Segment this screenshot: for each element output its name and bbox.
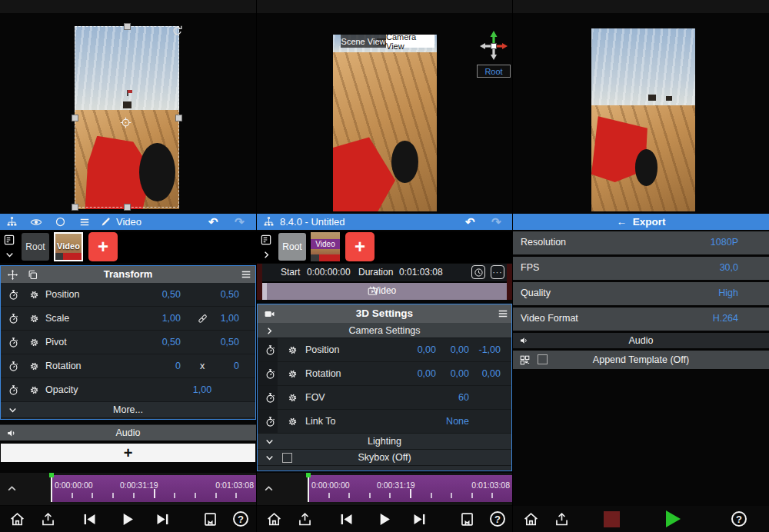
add-audio-button[interactable]: + — [1, 444, 255, 462]
position-x-value[interactable]: 0,50 — [162, 289, 181, 300]
layer-video-thumbnail[interactable]: Video — [311, 232, 340, 261]
export-share-icon[interactable] — [297, 511, 313, 527]
video-format-value[interactable]: H.264 — [713, 313, 738, 324]
back-arrow-icon[interactable]: ← — [617, 216, 628, 228]
playhead[interactable] — [51, 475, 52, 502]
chevron-up-icon[interactable] — [263, 483, 275, 494]
bookmark-icon[interactable] — [202, 511, 218, 527]
layer-root-button[interactable]: Root — [278, 233, 306, 261]
gear-icon[interactable] — [287, 416, 298, 427]
camera-row-fov[interactable]: FOV 60 — [258, 386, 511, 410]
playhead[interactable] — [308, 475, 309, 502]
camera-row-link-to[interactable]: Link To None — [258, 410, 511, 434]
lighting-section[interactable]: Lighting — [258, 434, 511, 450]
keyframe-stopwatch-icon[interactable] — [8, 384, 19, 396]
axis-gizmo[interactable] — [478, 29, 509, 65]
undo-button[interactable]: ↶ — [465, 214, 475, 229]
help-button[interactable]: ? — [490, 511, 505, 527]
gear-icon[interactable] — [28, 313, 40, 324]
undo-button[interactable]: ↶ — [208, 214, 218, 229]
scale-y-value[interactable]: 1,00 — [221, 313, 239, 324]
export-share-icon[interactable] — [40, 511, 56, 527]
menu-icon[interactable] — [79, 217, 90, 228]
audio-section-header[interactable]: Audio — [0, 424, 256, 441]
keyframe-stopwatch-icon[interactable] — [265, 368, 276, 380]
home-icon[interactable] — [523, 511, 539, 527]
redo-button[interactable]: ↷ — [235, 214, 245, 229]
panel-menu-icon[interactable] — [498, 308, 508, 319]
clock-button[interactable] — [471, 265, 485, 279]
rotation-value[interactable]: 0 — [175, 361, 181, 371]
cam-rot-y[interactable]: 0,00 — [451, 368, 469, 379]
keyframe-stopwatch-icon[interactable] — [265, 416, 276, 427]
home-icon[interactable] — [266, 511, 282, 527]
export-row-video-format[interactable]: Video Format H.264 — [513, 308, 769, 331]
skip-start-icon[interactable] — [338, 511, 355, 527]
home-icon[interactable] — [9, 511, 25, 527]
chevron-up-icon[interactable] — [6, 483, 18, 494]
fov-value[interactable]: 60 — [458, 392, 469, 403]
export-row-resolution[interactable]: Resolution 1080P — [513, 231, 769, 254]
export-row-quality[interactable]: Quality High — [513, 282, 769, 305]
hierarchy-icon[interactable] — [6, 216, 18, 228]
mask-circle-icon[interactable] — [55, 216, 66, 228]
start-value[interactable]: 0:00:00:00 — [307, 267, 351, 278]
video-preview[interactable] — [75, 26, 179, 209]
gear-icon[interactable] — [287, 368, 298, 380]
keyframe-stopwatch-icon[interactable] — [8, 337, 19, 348]
keyframe-stopwatch-icon[interactable] — [8, 289, 19, 301]
help-button[interactable]: ? — [731, 511, 747, 527]
gear-icon[interactable] — [28, 384, 40, 396]
add-layer-button[interactable]: + — [345, 232, 375, 261]
selection-handle[interactable] — [72, 204, 78, 211]
position-y-value[interactable]: 0,50 — [221, 289, 239, 300]
timeline[interactable]: 0:00:00:00 0:00:31:19 0:01:03:08 — [0, 473, 256, 505]
layer-root-button[interactable]: Root — [22, 233, 49, 261]
camera-row-rotation[interactable]: Rotation 0,00 0,00 0,00 — [258, 362, 511, 386]
cam-pos-y[interactable]: 0,00 — [451, 344, 469, 355]
transform-row-scale[interactable]: Scale 1,00 1,00 — [1, 307, 255, 331]
skybox-section[interactable]: Skybox (Off) — [258, 450, 511, 466]
camera-view-preview[interactable]: Scene View Camera View — [333, 35, 437, 211]
transform-row-pivot[interactable]: Pivot 0,50 0,50 — [1, 331, 255, 354]
gear-icon[interactable] — [287, 344, 298, 356]
gear-icon[interactable] — [287, 392, 298, 404]
keyframe-stopwatch-icon[interactable] — [8, 361, 19, 372]
quality-value[interactable]: High — [718, 288, 738, 298]
gizmo-root-chip[interactable]: Root — [477, 65, 511, 78]
skip-start-icon[interactable] — [82, 511, 98, 527]
resolution-value[interactable]: 1080P — [711, 237, 738, 248]
cam-pos-z[interactable]: -1,00 — [479, 344, 501, 355]
opacity-value[interactable]: 1,00 — [185, 384, 220, 395]
scale-x-value[interactable]: 1,00 — [162, 313, 181, 324]
rename-pencil-icon[interactable] — [101, 217, 111, 227]
play-icon[interactable] — [119, 511, 135, 527]
rotation-value-2[interactable]: 0 — [234, 361, 239, 371]
pivot-x-value[interactable]: 0,50 — [162, 337, 181, 347]
timeline-band[interactable]: 0:00:00:00 0:00:31:19 0:01:03:08 — [308, 475, 512, 502]
link-to-value[interactable]: None — [446, 416, 469, 427]
skip-end-icon[interactable] — [155, 511, 171, 527]
help-button[interactable]: ? — [233, 511, 248, 527]
cam-rot-z[interactable]: 0,00 — [482, 368, 501, 379]
panel-menu-icon[interactable] — [241, 269, 251, 280]
cam-pos-x[interactable]: 0,00 — [418, 344, 436, 355]
stop-button[interactable] — [604, 511, 620, 527]
duration-value[interactable]: 0:01:03:08 — [399, 267, 443, 278]
chevron-down-icon[interactable] — [5, 250, 15, 260]
keyframe-stopwatch-icon[interactable] — [265, 344, 276, 356]
fps-value[interactable]: 30,0 — [720, 262, 738, 273]
layer-video-thumbnail[interactable]: Video — [54, 232, 83, 261]
export-audio-header[interactable]: Audio — [513, 333, 769, 348]
pivot-y-value[interactable]: 0,50 — [221, 337, 239, 347]
link-icon[interactable] — [197, 313, 208, 324]
layer-panel-icon[interactable] — [260, 234, 272, 246]
hierarchy-icon[interactable] — [263, 216, 275, 228]
camera-row-position[interactable]: Position 0,00 0,00 -1,00 — [258, 338, 511, 362]
append-template-row[interactable]: Append Template (Off) — [513, 351, 769, 369]
timeline-band[interactable]: 0:00:00:00 0:00:31:19 0:01:03:08 — [51, 475, 256, 502]
transform-more-row[interactable]: More... — [1, 402, 255, 418]
visibility-eye-icon[interactable] — [30, 216, 42, 228]
gear-icon[interactable] — [28, 361, 40, 372]
transform-row-position[interactable]: Position 0,50 0,50 — [1, 283, 255, 307]
